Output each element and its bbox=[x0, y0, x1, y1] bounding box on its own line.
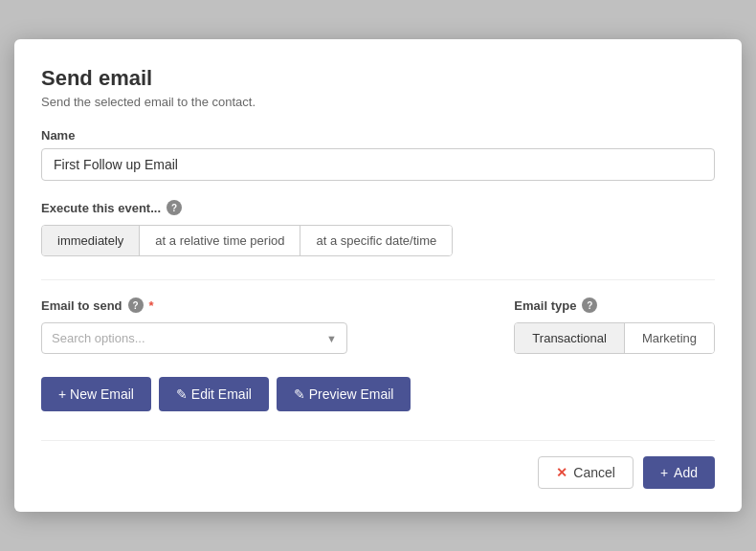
email-type-label: Email type bbox=[514, 298, 576, 313]
email-to-send-col: Email to send ? * Search options... ▼ bbox=[41, 298, 483, 354]
cancel-label: Cancel bbox=[573, 465, 615, 480]
execute-option-relative[interactable]: at a relative time period bbox=[140, 226, 300, 255]
email-search-select[interactable]: Search options... ▼ bbox=[41, 322, 347, 354]
email-type-col: Email type ? Transactional Marketing bbox=[514, 298, 715, 354]
new-email-button[interactable]: + New Email bbox=[41, 377, 151, 411]
cancel-x-icon: ✕ bbox=[556, 465, 567, 480]
action-buttons-row: + New Email ✎ Edit Email ✎ Preview Email bbox=[41, 377, 715, 411]
email-to-send-label: Email to send bbox=[41, 298, 122, 313]
execute-option-immediately[interactable]: immediately bbox=[42, 226, 140, 255]
execute-section-label: Execute this event... ? bbox=[41, 200, 715, 215]
name-input[interactable] bbox=[41, 148, 715, 181]
email-search-placeholder: Search options... bbox=[52, 331, 145, 345]
modal-overlay: Send email Send the selected email to th… bbox=[0, 0, 756, 551]
email-type-transactional[interactable]: Transactional bbox=[515, 323, 625, 353]
email-options-row: Email to send ? * Search options... ▼ Em… bbox=[41, 298, 715, 354]
modal-dialog: Send email Send the selected email to th… bbox=[14, 39, 742, 512]
add-plus-icon: + bbox=[660, 465, 668, 480]
required-star: * bbox=[149, 298, 154, 313]
email-type-marketing[interactable]: Marketing bbox=[625, 323, 714, 353]
execute-option-specific[interactable]: at a specific date/time bbox=[300, 226, 452, 255]
email-type-group: Transactional Marketing bbox=[514, 322, 715, 354]
section-divider bbox=[41, 279, 715, 280]
modal-subtitle: Send the selected email to the contact. bbox=[41, 95, 715, 109]
email-type-help-icon[interactable]: ? bbox=[582, 298, 597, 313]
email-to-send-help-icon[interactable]: ? bbox=[128, 298, 144, 313]
search-select-arrow-icon: ▼ bbox=[326, 333, 337, 344]
preview-email-button[interactable]: ✎ Preview Email bbox=[277, 377, 411, 411]
execute-options-group: immediately at a relative time period at… bbox=[41, 225, 453, 256]
name-label: Name bbox=[41, 128, 715, 143]
footer-buttons-row: ✕ Cancel + Add bbox=[41, 440, 715, 489]
add-button[interactable]: + Add bbox=[643, 456, 715, 489]
edit-email-button[interactable]: ✎ Edit Email bbox=[159, 377, 269, 411]
execute-help-icon[interactable]: ? bbox=[167, 200, 182, 215]
modal-title: Send email bbox=[41, 66, 715, 91]
cancel-button[interactable]: ✕ Cancel bbox=[538, 456, 634, 489]
add-label: Add bbox=[674, 465, 698, 480]
